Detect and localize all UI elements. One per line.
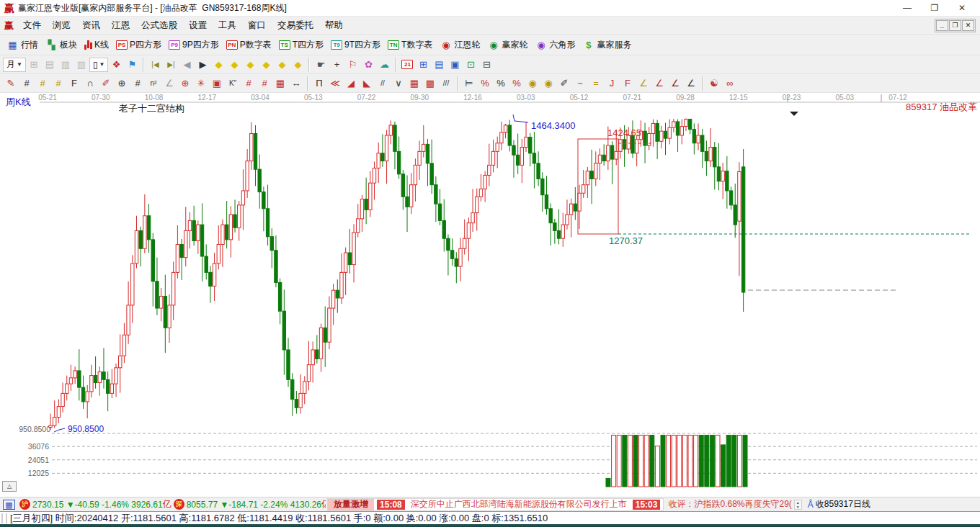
ticker-scroll-spinner[interactable]: ▲▼ bbox=[794, 500, 802, 510]
menu-item-formula-stockpick[interactable]: 公式选股 bbox=[135, 17, 183, 34]
box-grid-button[interactable]: ▩ bbox=[422, 76, 438, 91]
frame-tool-button[interactable]: Π bbox=[311, 76, 327, 91]
gold-diamond-2-button[interactable]: ◆ bbox=[226, 57, 242, 73]
last-page-button[interactable]: ▶| bbox=[163, 57, 179, 73]
kline-button[interactable]: K线 bbox=[81, 37, 112, 53]
j-angle-button[interactable]: J bbox=[604, 76, 620, 91]
win-angle-button[interactable]: ∠ bbox=[667, 76, 683, 91]
winner-service-button[interactable]: $赢家服务 bbox=[579, 37, 635, 53]
red-fan-tool-button[interactable]: ≪ bbox=[327, 76, 343, 91]
menu-item-settings[interactable]: 设置 bbox=[183, 17, 213, 34]
close-button[interactable]: ✕ bbox=[948, 1, 976, 16]
sectors-button[interactable]: ▚板块 bbox=[42, 37, 81, 53]
daily-close-label[interactable]: 收859317日线 bbox=[816, 498, 870, 510]
menu-item-window[interactable]: 窗口 bbox=[242, 17, 272, 34]
mark-tool-button[interactable]: ⚐ bbox=[344, 57, 360, 73]
line-fan-button[interactable]: // bbox=[375, 76, 391, 91]
save-tool-button[interactable]: ▣ bbox=[447, 57, 463, 73]
gold-diamond-3-button[interactable]: ◆ bbox=[242, 57, 258, 73]
gift-tool-button[interactable]: ✿ bbox=[360, 57, 376, 73]
comb-tool-button[interactable]: # bbox=[19, 76, 35, 91]
memo-tool-button[interactable]: ▤ bbox=[42, 57, 58, 73]
pen-angle-button[interactable]: ✐ bbox=[556, 76, 572, 91]
restore-button[interactable]: ❐ bbox=[921, 1, 948, 16]
symbol-label[interactable]: 859317 油品改革 bbox=[906, 102, 977, 112]
mdi-minimize-button[interactable]: _ bbox=[936, 20, 948, 31]
hexagon-button[interactable]: ◉六角形 bbox=[531, 37, 579, 53]
minute9-tool-button[interactable]: ▥ bbox=[74, 57, 89, 73]
winner-wheel-button[interactable]: ◉赢家轮 bbox=[484, 37, 531, 53]
menu-item-help[interactable]: 帮助 bbox=[319, 17, 349, 34]
prev-page-button[interactable]: ◀ bbox=[179, 57, 195, 73]
menu-item-browse[interactable]: 浏览 bbox=[47, 17, 76, 34]
calendar-tool-button[interactable]: 21 bbox=[399, 57, 415, 73]
t-square-button[interactable]: TST四方形 bbox=[275, 37, 327, 53]
bow-tool-button[interactable]: ∩ bbox=[82, 76, 98, 91]
period-select-dropdown[interactable]: 月▼ bbox=[3, 58, 26, 72]
first-page-button[interactable]: |◀ bbox=[147, 57, 163, 73]
v-lines-button[interactable]: ∨ bbox=[391, 76, 406, 91]
menu-item-news[interactable]: 资讯 bbox=[76, 17, 106, 34]
four-angle-button[interactable]: ∠ bbox=[683, 76, 699, 91]
favorite-tool-button[interactable]: ❖ bbox=[108, 57, 124, 73]
fan-box-1-button[interactable]: ◢ bbox=[343, 76, 359, 91]
volume-pane-toggle-button[interactable]: △ bbox=[2, 481, 17, 492]
slash-lines-button[interactable]: /// bbox=[438, 76, 454, 91]
minimize-button[interactable]: — bbox=[894, 1, 921, 16]
target-circle-button[interactable]: ⊕ bbox=[177, 76, 193, 91]
next-page-button[interactable]: ▶ bbox=[195, 57, 210, 73]
notes-tool-button[interactable]: ▤ bbox=[431, 57, 447, 73]
gold-diamond-1-button[interactable]: ◆ bbox=[210, 57, 226, 73]
9t-square-button[interactable]: T99T四方形 bbox=[327, 37, 384, 53]
fan-box-2-button[interactable]: ◣ bbox=[359, 76, 375, 91]
cloud-tool-button[interactable]: ☁ bbox=[376, 57, 392, 73]
ratio-scale-button[interactable]: ⊨ bbox=[461, 76, 477, 91]
shenzhen-index-icon[interactable]: 深 bbox=[174, 499, 184, 510]
pen-tool-button[interactable]: ✎ bbox=[3, 76, 19, 91]
gold-line-button[interactable]: = bbox=[588, 76, 604, 91]
shanghai-index-icon[interactable]: 沪 bbox=[19, 499, 30, 510]
ticker-headline[interactable]: 深交所中止广西北部湾陆海新能源股份有限公司发行上市 bbox=[408, 498, 630, 510]
f-comb-button[interactable]: F bbox=[66, 76, 82, 91]
gold-diamond-6-button[interactable]: ◆ bbox=[290, 57, 306, 73]
print-tool-button[interactable]: ⊟ bbox=[478, 57, 494, 73]
n2-tool-button[interactable]: n² bbox=[146, 76, 161, 91]
quotes-button[interactable]: ▦行情 bbox=[3, 37, 42, 53]
screen-tool-button[interactable]: ⊞ bbox=[26, 57, 42, 73]
info-bar-grip[interactable] bbox=[1, 513, 7, 523]
grid-123-button[interactable]: ▦ bbox=[272, 76, 288, 91]
minute3-tool-button[interactable]: ▥ bbox=[58, 57, 74, 73]
circle-comb-button[interactable]: ⊕ bbox=[114, 76, 130, 91]
wave-tool-button[interactable]: ~ bbox=[572, 76, 588, 91]
angle-ruler-button[interactable]: ∠ bbox=[161, 76, 177, 91]
gold-comb-1-button[interactable]: # bbox=[35, 76, 50, 91]
p-number-table-button[interactable]: PNP数字表 bbox=[223, 37, 275, 53]
brush-tool-button[interactable]: ✐ bbox=[98, 76, 114, 91]
gold-diamond-4-button[interactable]: ◆ bbox=[258, 57, 274, 73]
export-tool-button[interactable]: ⊡ bbox=[463, 57, 478, 73]
chart-flag-tool-button[interactable]: ⚑ bbox=[124, 57, 140, 73]
dense-grid-button[interactable]: ▦ bbox=[406, 76, 422, 91]
dense-comb-button[interactable]: # bbox=[130, 76, 146, 91]
percent-triangle-button[interactable]: % bbox=[477, 76, 493, 91]
shen-comb-button[interactable]: # bbox=[241, 76, 257, 91]
gann-wheel-button[interactable]: ◉江恩轮 bbox=[436, 37, 484, 53]
star-grid-button[interactable]: ✳ bbox=[193, 76, 209, 91]
candle-style-dropdown[interactable]: ▯▼ bbox=[89, 58, 109, 72]
k-quote-tool-button[interactable]: K" bbox=[225, 76, 241, 91]
gold-comb-2-button[interactable]: # bbox=[50, 76, 66, 91]
news-ticker[interactable]: 放量激增 15:08 深交所中止广西北部湾陆海新能源股份有限公司发行上市 15:… bbox=[327, 498, 664, 511]
win-comb-button[interactable]: # bbox=[257, 76, 272, 91]
kline-chart[interactable]: 05-2107-3010-0812-1703-0405-1307-2209-30… bbox=[0, 93, 980, 494]
shen-angle-button[interactable]: ∠ bbox=[651, 76, 667, 91]
infinity-tool-button[interactable]: ∞ bbox=[722, 76, 738, 91]
p-square-button[interactable]: PSP四方形 bbox=[112, 37, 165, 53]
square-grid-button[interactable]: ▣ bbox=[209, 76, 225, 91]
hand-move-tool-button[interactable]: ☛ bbox=[313, 57, 329, 73]
percent-line-button[interactable]: % bbox=[509, 76, 525, 91]
t-number-table-button[interactable]: TNT数字表 bbox=[384, 37, 436, 53]
gold-diamond-5-button[interactable]: ◆ bbox=[274, 57, 290, 73]
crosshair-tool-button[interactable]: + bbox=[329, 57, 344, 73]
yinyang-tool-button[interactable]: ☯ bbox=[706, 76, 722, 91]
gold-circle-1-button[interactable]: ◉ bbox=[525, 76, 540, 91]
